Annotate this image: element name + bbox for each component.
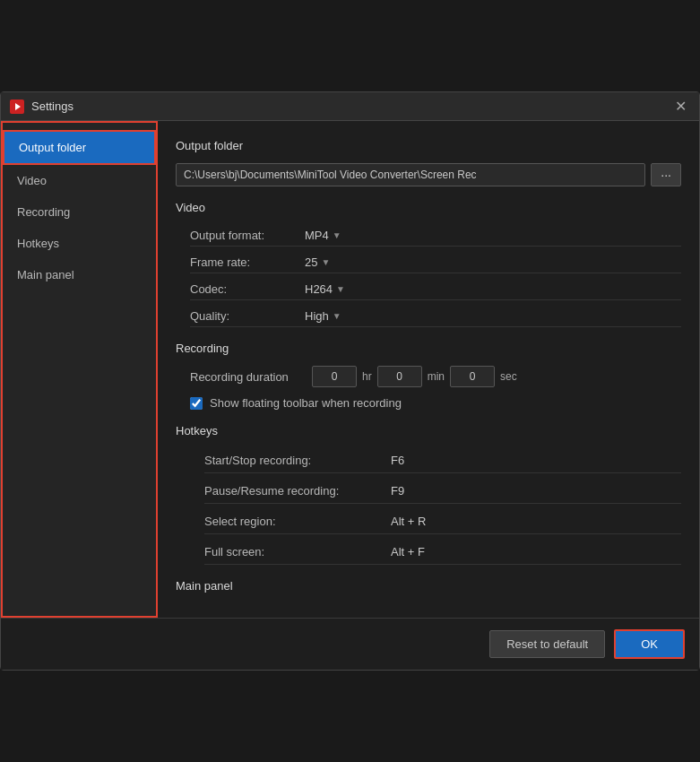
hotkeys-section-title: Hotkeys — [176, 424, 681, 437]
output-folder-row: ··· — [176, 163, 681, 186]
video-settings-grid: Output format: MP4 ▼ Frame rate: 25 ▼ — [190, 225, 681, 327]
pause-resume-value[interactable]: F9 — [391, 484, 404, 498]
sidebar-item-output-folder[interactable]: Output folder — [3, 130, 156, 165]
duration-sec-input[interactable] — [450, 366, 495, 387]
sidebar: Output folder Video Recording Hotkeys Ma… — [1, 121, 158, 618]
frame-rate-arrow: ▼ — [321, 257, 330, 267]
video-section: Video Output format: MP4 ▼ Frame rate: 2… — [176, 201, 681, 327]
quality-value[interactable]: High ▼ — [305, 309, 681, 323]
output-format-label: Output format: — [190, 229, 298, 242]
pause-resume-label: Pause/Resume recording: — [204, 484, 384, 498]
main-content-area: Output folder ··· Video Output format: M… — [158, 121, 699, 618]
ok-button[interactable]: OK — [614, 629, 685, 659]
sidebar-item-video[interactable]: Video — [3, 165, 156, 196]
output-folder-title: Output folder — [176, 139, 681, 152]
settings-dialog: Settings ✕ Output folder Video Recording… — [0, 91, 700, 671]
codec-row: Codec: H264 ▼ — [190, 279, 681, 300]
select-region-row: Select region: Alt + R — [204, 509, 681, 534]
full-screen-label: Full screen: — [204, 545, 384, 559]
codec-label: Codec: — [190, 282, 298, 296]
output-folder-input[interactable] — [176, 163, 645, 186]
hotkeys-section: Hotkeys Start/Stop recording: F6 Pause/R… — [176, 424, 681, 565]
dialog-content: Output folder Video Recording Hotkeys Ma… — [1, 121, 699, 618]
recording-section: Recording Recording duration hr min sec … — [176, 342, 681, 410]
output-format-row: Output format: MP4 ▼ — [190, 225, 681, 247]
duration-hr-input[interactable] — [312, 366, 357, 387]
start-stop-value[interactable]: F6 — [391, 454, 404, 467]
toolbar-checkbox[interactable] — [190, 397, 203, 410]
footer: Reset to default OK — [1, 618, 699, 670]
toolbar-checkbox-row: Show floating toolbar when recording — [190, 396, 681, 410]
window-title: Settings — [31, 100, 664, 113]
start-stop-row: Start/Stop recording: F6 — [204, 448, 681, 473]
sidebar-item-hotkeys[interactable]: Hotkeys — [3, 228, 156, 259]
quality-label: Quality: — [190, 309, 298, 323]
close-button[interactable]: ✕ — [671, 98, 690, 115]
app-icon — [10, 100, 24, 114]
sidebar-item-main-panel[interactable]: Main panel — [3, 259, 156, 290]
min-unit: min — [428, 370, 445, 383]
output-format-arrow: ▼ — [333, 230, 341, 240]
duration-row: Recording duration hr min sec — [190, 366, 681, 387]
frame-rate-row: Frame rate: 25 ▼ — [190, 252, 681, 273]
main-panel-title: Main panel — [176, 579, 681, 593]
duration-min-input[interactable] — [377, 366, 422, 387]
reset-button[interactable]: Reset to default — [489, 630, 605, 658]
hotkeys-grid: Start/Stop recording: F6 Pause/Resume re… — [190, 448, 681, 565]
hr-unit: hr — [362, 370, 372, 383]
recording-section-title: Recording — [176, 342, 681, 355]
main-panel-section: Main panel — [176, 579, 681, 593]
toolbar-checkbox-label: Show floating toolbar when recording — [210, 396, 402, 410]
title-bar: Settings ✕ — [1, 92, 699, 121]
sidebar-item-recording[interactable]: Recording — [3, 196, 156, 228]
sec-unit: sec — [500, 370, 517, 383]
frame-rate-label: Frame rate: — [190, 255, 298, 269]
select-region-label: Select region: — [204, 515, 384, 528]
full-screen-row: Full screen: Alt + F — [204, 540, 681, 565]
full-screen-value[interactable]: Alt + F — [391, 545, 425, 559]
select-region-value[interactable]: Alt + R — [391, 515, 426, 528]
codec-value[interactable]: H264 ▼ — [305, 282, 681, 296]
browse-button[interactable]: ··· — [651, 163, 681, 186]
output-format-value[interactable]: MP4 ▼ — [305, 229, 681, 242]
codec-arrow: ▼ — [336, 284, 345, 294]
video-section-title: Video — [176, 201, 681, 214]
start-stop-label: Start/Stop recording: — [204, 454, 384, 467]
quality-arrow: ▼ — [333, 311, 341, 321]
frame-rate-value[interactable]: 25 ▼ — [305, 255, 681, 269]
pause-resume-row: Pause/Resume recording: F9 — [204, 479, 681, 504]
duration-label: Recording duration — [190, 370, 307, 384]
quality-row: Quality: High ▼ — [190, 306, 681, 327]
